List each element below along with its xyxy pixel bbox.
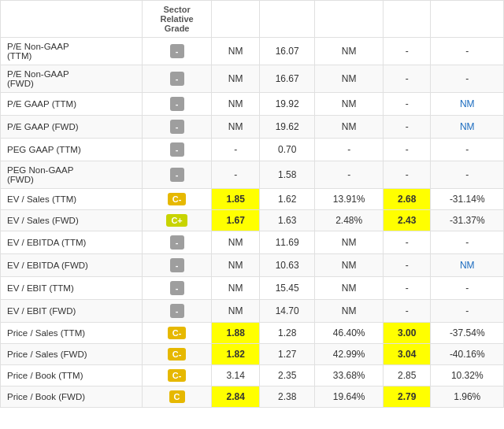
table-row: PEG Non-GAAP(FWD) - - 1.58 - - - bbox=[1, 161, 504, 189]
amsc-value: NM bbox=[212, 65, 260, 93]
grade-cell: - bbox=[142, 300, 212, 323]
sector-median-value: 14.70 bbox=[259, 300, 315, 323]
grade-badge: - bbox=[170, 235, 184, 250]
sector-median-value: 11.69 bbox=[259, 231, 315, 254]
avg5y-value: 3.00 bbox=[383, 323, 431, 344]
diff-value: NM bbox=[315, 300, 384, 323]
grade-cell: - bbox=[142, 231, 212, 254]
table-row: P/E Non-GAAP(FWD) - NM 16.67 NM - - bbox=[1, 65, 504, 93]
table-row: Price / Book (FWD) C 2.84 2.38 19.64% 2.… bbox=[1, 386, 504, 408]
metric-label: Price / Sales (FWD) bbox=[1, 344, 143, 365]
grade-cell: - bbox=[142, 139, 212, 161]
table-row: EV / EBITDA (TTM) - NM 11.69 NM - - bbox=[1, 231, 504, 254]
grade-badge: C- bbox=[168, 327, 187, 339]
extra-value: - bbox=[431, 300, 504, 323]
col-5y-avg-header bbox=[383, 1, 431, 38]
grade-cell: C- bbox=[142, 189, 212, 210]
diff-value: NM bbox=[315, 254, 384, 277]
grade-cell: - bbox=[142, 116, 212, 139]
table-row: Price / Sales (TTM) C- 1.88 1.28 46.40% … bbox=[1, 323, 504, 344]
diff-value: 46.40% bbox=[315, 323, 384, 344]
grade-cell: C+ bbox=[142, 210, 212, 231]
avg5y-value: - bbox=[383, 231, 431, 254]
valuation-table: SectorRelativeGrade P/E Non-GAAP(TTM) - … bbox=[0, 0, 504, 408]
col-nav-header[interactable] bbox=[431, 1, 504, 38]
col-sector-median-header bbox=[259, 1, 315, 38]
table-row: P/E Non-GAAP(TTM) - NM 16.07 NM - - bbox=[1, 38, 504, 65]
table-row: Price / Book (TTM) C- 3.14 2.35 33.68% 2… bbox=[1, 365, 504, 386]
grade-cell: - bbox=[142, 161, 212, 189]
avg5y-value: - bbox=[383, 93, 431, 116]
amsc-value: NM bbox=[212, 254, 260, 277]
diff-value: 42.99% bbox=[315, 344, 384, 365]
grade-badge: - bbox=[170, 142, 184, 157]
extra-value: NM bbox=[431, 116, 504, 139]
metric-label: Price / Sales (TTM) bbox=[1, 323, 143, 344]
col-metric-header bbox=[1, 1, 143, 38]
metric-label: P/E Non-GAAP(TTM) bbox=[1, 38, 143, 65]
sector-median-value: 15.45 bbox=[259, 277, 315, 300]
table-row: P/E GAAP (FWD) - NM 19.62 NM - NM bbox=[1, 116, 504, 139]
grade-badge: - bbox=[170, 72, 184, 86]
sector-median-value: 1.63 bbox=[259, 210, 315, 231]
diff-value: 13.91% bbox=[315, 189, 384, 210]
metric-label: EV / EBITDA (FWD) bbox=[1, 254, 143, 277]
diff-value: 33.68% bbox=[315, 365, 384, 386]
avg5y-value: 2.85 bbox=[383, 365, 431, 386]
table-row: EV / Sales (FWD) C+ 1.67 1.63 2.48% 2.43… bbox=[1, 210, 504, 231]
diff-value: NM bbox=[315, 65, 384, 93]
diff-value: - bbox=[315, 139, 384, 161]
table-row: EV / EBITDA (FWD) - NM 10.63 NM - NM bbox=[1, 254, 504, 277]
diff-value: 2.48% bbox=[315, 210, 384, 231]
grade-badge: C- bbox=[168, 193, 187, 205]
table-row: EV / EBIT (TTM) - NM 15.45 NM - - bbox=[1, 277, 504, 300]
grade-cell: C bbox=[142, 386, 212, 408]
avg5y-value: 2.79 bbox=[383, 386, 431, 408]
amsc-value: 1.85 bbox=[212, 189, 260, 210]
col-sector-grade-header: SectorRelativeGrade bbox=[142, 1, 212, 38]
grade-badge: C- bbox=[168, 369, 187, 382]
metric-label: EV / Sales (TTM) bbox=[1, 189, 143, 210]
extra-value: - bbox=[431, 161, 504, 189]
table-row: PEG GAAP (TTM) - - 0.70 - - - bbox=[1, 139, 504, 161]
diff-value: 19.64% bbox=[315, 386, 384, 408]
metric-label: P/E GAAP (TTM) bbox=[1, 93, 143, 116]
sector-median-value: 1.62 bbox=[259, 189, 315, 210]
grade-badge: - bbox=[170, 281, 184, 295]
extra-value: NM bbox=[431, 93, 504, 116]
avg5y-value: - bbox=[383, 254, 431, 277]
extra-value: 10.32% bbox=[431, 365, 504, 386]
table-row: P/E GAAP (TTM) - NM 19.92 NM - NM bbox=[1, 93, 504, 116]
sector-median-value: 1.58 bbox=[259, 161, 315, 189]
grade-badge: - bbox=[170, 120, 184, 134]
grade-cell: C- bbox=[142, 323, 212, 344]
col-amsc-header bbox=[212, 1, 260, 38]
grade-badge: - bbox=[170, 44, 184, 58]
sector-median-value: 10.63 bbox=[259, 254, 315, 277]
grade-badge: - bbox=[170, 258, 184, 272]
avg5y-value: - bbox=[383, 139, 431, 161]
diff-value: NM bbox=[315, 116, 384, 139]
avg5y-value: - bbox=[383, 161, 431, 189]
amsc-value: - bbox=[212, 161, 260, 189]
amsc-value: NM bbox=[212, 93, 260, 116]
amsc-value: NM bbox=[212, 38, 260, 65]
amsc-value: 1.88 bbox=[212, 323, 260, 344]
diff-value: - bbox=[315, 161, 384, 189]
sector-median-value: 2.38 bbox=[259, 386, 315, 408]
amsc-value: NM bbox=[212, 277, 260, 300]
table-row: Price / Sales (FWD) C- 1.82 1.27 42.99% … bbox=[1, 344, 504, 365]
grade-badge: C- bbox=[168, 348, 187, 361]
amsc-value: NM bbox=[212, 231, 260, 254]
sector-median-value: 1.27 bbox=[259, 344, 315, 365]
grade-cell: - bbox=[142, 254, 212, 277]
sector-median-value: 2.35 bbox=[259, 365, 315, 386]
metric-label: PEG GAAP (TTM) bbox=[1, 139, 143, 161]
amsc-value: NM bbox=[212, 116, 260, 139]
grade-cell: C- bbox=[142, 344, 212, 365]
extra-value: - bbox=[431, 139, 504, 161]
diff-value: NM bbox=[315, 38, 384, 65]
avg5y-value: - bbox=[383, 277, 431, 300]
extra-value: - bbox=[431, 38, 504, 65]
col-diff-header bbox=[315, 1, 384, 38]
